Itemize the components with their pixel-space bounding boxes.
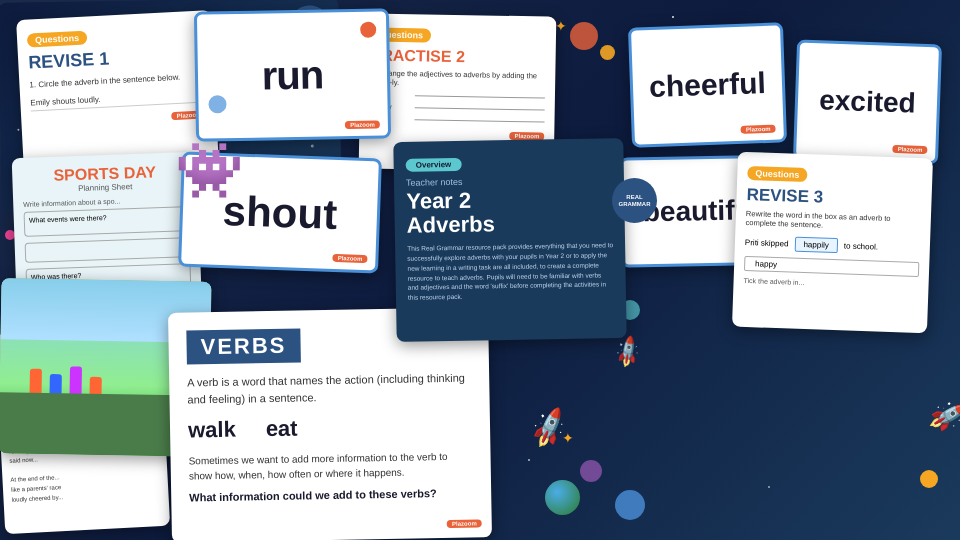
- revise3-instruction: Rewrite the word in the box as an adverb…: [745, 209, 921, 233]
- planet-purple: [580, 460, 602, 482]
- card-cheerful: cheerful Plazoom: [628, 22, 787, 147]
- card-teachernotes: Overview Teacher notes Year 2 Adverbs Th…: [393, 138, 626, 342]
- planet-blue2: [615, 490, 645, 520]
- run-brand: Plazoom: [345, 112, 380, 131]
- run-word: run: [261, 52, 323, 98]
- verbs-header: VERBS: [186, 329, 300, 365]
- questions-badge-1: Questions: [27, 31, 88, 48]
- rg-text-1: REALGRAMMAR: [619, 194, 651, 207]
- revise3-instruction2: Tick the adverb in...: [744, 277, 919, 290]
- verbs-brand: Plazoom: [447, 519, 482, 528]
- revise3-sentence: Priti skipped happily to school.: [745, 235, 920, 256]
- verb-example1: walk: [188, 417, 236, 444]
- teachernotes-body: This Real Grammar resource pack provides…: [407, 241, 614, 303]
- verb-example2: eat: [266, 416, 298, 443]
- card-revise3: Questions REVISE 3 Rewrite the word in t…: [732, 152, 933, 334]
- practise2-item3: safe: [369, 114, 544, 126]
- shout-brand: Plazoom: [333, 254, 368, 263]
- sparkle-1: ✦: [555, 18, 567, 34]
- practise2-item1: quiet: [370, 90, 545, 102]
- excited-brand: Plazoom: [893, 145, 928, 154]
- revise1-title: REVISE 1: [28, 43, 204, 73]
- verbs-definition: A verb is a word that names the action (…: [187, 370, 472, 408]
- card-run: run Plazoom: [194, 8, 391, 141]
- practise2-item2: happy: [370, 102, 545, 114]
- revise3-hint: happy: [744, 256, 919, 277]
- cheerful-word: cheerful: [649, 66, 767, 104]
- comet2: [600, 45, 615, 60]
- monster-decoration: 👾: [175, 138, 244, 203]
- planet-earth: [545, 480, 580, 515]
- card-verbs: VERBS A verb is a word that names the ac…: [168, 307, 492, 540]
- practise2-instruction: 1. Change the adjectives to adverbs by a…: [370, 68, 545, 89]
- practise2-title: PRACTISE 2: [370, 46, 545, 67]
- revise1-instruction: 1. Circle the adverb in the sentence bel…: [29, 70, 204, 90]
- real-grammar-badge-1: REALGRAMMAR: [612, 178, 657, 223]
- card-excited: excited Plazoom: [793, 40, 942, 165]
- overview-badge: Overview: [406, 158, 462, 172]
- verbs-sometimes: Sometimes we want to add more informatio…: [188, 449, 472, 484]
- cheerful-brand: Plazoom: [741, 125, 776, 134]
- comet1: [920, 470, 938, 488]
- verbs-examples: walk eat: [188, 413, 472, 444]
- teachernotes-title: Year 2 Adverbs: [406, 186, 613, 238]
- revise1-sentence: Emily shouts loudly.: [30, 90, 205, 112]
- planet-orange: [570, 22, 598, 50]
- verbs-question: What information could we add to these v…: [189, 487, 473, 504]
- revise3-title: REVISE 3: [746, 185, 922, 211]
- sportsday-question1: What events were there?: [24, 206, 190, 237]
- excited-word: excited: [819, 84, 917, 119]
